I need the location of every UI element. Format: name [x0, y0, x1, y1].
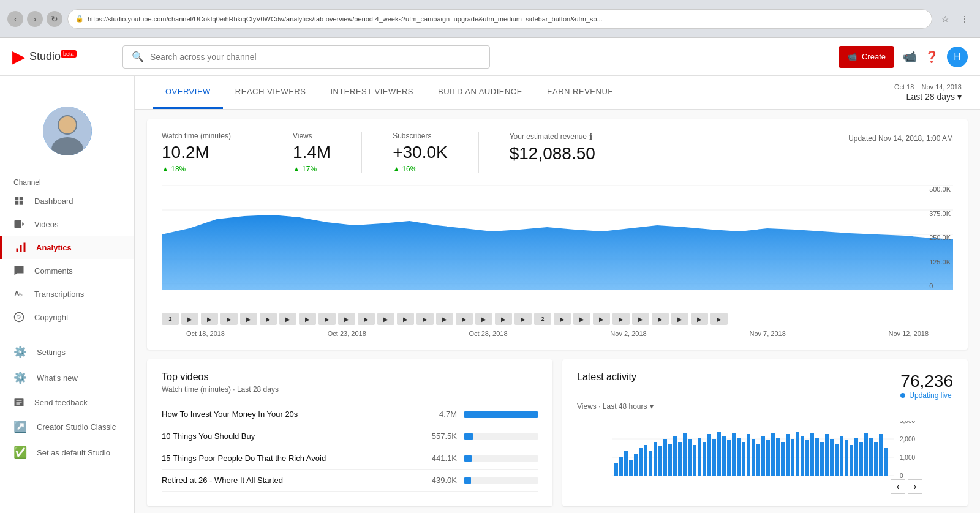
avatar[interactable]: H: [947, 47, 968, 67]
video-thumb-23[interactable]: ▶: [632, 313, 649, 325]
tab-revenue[interactable]: EARN REVENUE: [535, 76, 626, 109]
video-thumb-18[interactable]: ▶: [514, 313, 532, 325]
video-thumb-20[interactable]: ▶: [573, 313, 590, 325]
video-thumb-27[interactable]: ▶: [710, 313, 728, 325]
svg-rect-83: [874, 442, 878, 476]
bookmark-button[interactable]: ☆: [937, 11, 953, 27]
sidebar-item-videos[interactable]: Videos: [0, 212, 134, 236]
svg-rect-76: [840, 436, 843, 476]
video-upload-button[interactable]: 📹: [903, 50, 916, 64]
date-range-selector[interactable]: Oct 18 – Nov 14, 2018 Last 28 days ▾: [894, 83, 962, 102]
sidebar-item-transcriptions[interactable]: Aあ Transcriptions: [0, 282, 134, 305]
top-video-row-1[interactable]: How To Invest Your Money In Your 20s 4.7…: [162, 403, 538, 425]
video-thumb-15[interactable]: ▶: [456, 313, 473, 325]
svg-rect-63: [776, 438, 780, 476]
svg-rect-46: [693, 445, 696, 476]
copyright-icon: ©: [13, 312, 24, 323]
video-thumb-7[interactable]: ▶: [299, 313, 316, 325]
create-button[interactable]: 📹 Create: [839, 46, 894, 68]
studio-label: Studiobeta: [29, 50, 77, 63]
chart-container: 500.0K 375.0K 250.0K 125.0K 0: [162, 185, 953, 308]
video-thumb-2[interactable]: ▶: [201, 313, 218, 325]
video-thumb-1[interactable]: ▶: [181, 313, 198, 325]
chart-prev-button[interactable]: ‹: [891, 479, 905, 494]
video-thumb-21[interactable]: ▶: [593, 313, 610, 325]
video-thumb-9[interactable]: ▶: [338, 313, 355, 325]
sidebar-item-dashboard[interactable]: Dashboard: [0, 189, 134, 212]
top-video-row-4[interactable]: Retired at 26 - Where It All Started 439…: [162, 470, 538, 492]
video-thumb-6[interactable]: ▶: [279, 313, 296, 325]
top-video-views-1: 4.7M: [420, 410, 457, 419]
more-button[interactable]: ⋮: [957, 11, 973, 27]
top-videos-title: Top videos: [162, 372, 538, 383]
info-icon[interactable]: ℹ: [589, 132, 592, 141]
video-thumb-19[interactable]: ▶: [554, 313, 571, 325]
video-thumb-12[interactable]: ▶: [397, 313, 414, 325]
sidebar-item-creator-studio[interactable]: ↗️ Creator Studio Classic: [0, 414, 134, 440]
sidebar-item-default-studio[interactable]: ✅ Set as default Studio: [0, 440, 134, 465]
sidebar-item-comments[interactable]: Comments: [0, 259, 134, 282]
default-studio-icon: ✅: [13, 446, 27, 459]
bottom-cards: Top videos Watch time (minutes) · Last 2…: [147, 359, 968, 506]
top-video-views-2: 557.5K: [420, 432, 457, 441]
whats-new-label: What's new: [37, 373, 78, 383]
top-video-bar-1: [464, 411, 538, 418]
help-button[interactable]: ❓: [925, 50, 938, 64]
search-input[interactable]: [150, 52, 481, 62]
video-thumb-8[interactable]: ▶: [318, 313, 336, 325]
top-video-bar-container-4: [464, 477, 538, 484]
refresh-button[interactable]: ↻: [47, 11, 62, 27]
back-button[interactable]: ‹: [7, 11, 23, 27]
sidebar-item-analytics[interactable]: Analytics: [0, 236, 134, 259]
top-video-row-2[interactable]: 10 Things You Should Buy 557.5K: [162, 425, 538, 447]
sidebar-item-whats-new[interactable]: ⚙️ What's new: [0, 365, 134, 391]
video-thumb-3[interactable]: ▶: [221, 313, 238, 325]
video-thumb-14[interactable]: ▶: [436, 313, 453, 325]
svg-rect-37: [649, 451, 652, 476]
svg-rect-4: [15, 197, 18, 200]
video-thumb-5[interactable]: ▶: [260, 313, 277, 325]
video-thumb-25[interactable]: ▶: [671, 313, 688, 325]
svg-rect-74: [830, 439, 834, 476]
svg-rect-80: [859, 442, 863, 476]
video-thumb-num2[interactable]: 2: [534, 313, 551, 325]
top-video-row-3[interactable]: 15 Things Poor People Do That the Rich A…: [162, 447, 538, 470]
chart-next-button[interactable]: ›: [908, 479, 922, 494]
tab-overview[interactable]: OVERVIEW: [153, 76, 223, 109]
video-thumb-10[interactable]: ▶: [358, 313, 375, 325]
address-bar[interactable]: 🔒 https://studio.youtube.com/channel/UCo…: [67, 9, 932, 29]
video-thumb-26[interactable]: ▶: [691, 313, 708, 325]
url-text: https://studio.youtube.com/channel/UCokI…: [88, 15, 603, 23]
video-thumb-4[interactable]: ▶: [240, 313, 257, 325]
watch-time-change: ▲ 18%: [162, 165, 231, 173]
feedback-label: Send feedback: [34, 398, 88, 407]
tab-audience[interactable]: BUILD AN AUDIENCE: [426, 76, 535, 109]
video-thumb-17[interactable]: ▶: [495, 313, 512, 325]
top-videos-subtitle: Watch time (minutes) · Last 28 days: [162, 385, 538, 394]
sidebar-item-send-feedback[interactable]: Send feedback: [0, 391, 134, 414]
watch-time-value: 10.2M: [162, 143, 231, 162]
search-bar[interactable]: 🔍: [123, 45, 490, 69]
sidebar-item-copyright[interactable]: © Copyright: [0, 305, 134, 329]
forward-button[interactable]: ›: [27, 11, 43, 27]
svg-rect-8: [15, 220, 21, 228]
channel-avatar: [43, 107, 92, 155]
dropdown-arrow-icon[interactable]: ▾: [650, 402, 654, 411]
video-thumb-16[interactable]: ▶: [475, 313, 492, 325]
video-thumb-22[interactable]: ▶: [612, 313, 630, 325]
tab-reach[interactable]: REACH VIEWERS: [223, 76, 318, 109]
y-label-250k: 250.0K: [929, 234, 951, 241]
top-video-views-3: 441.1K: [420, 454, 457, 463]
video-thumb-13[interactable]: ▶: [417, 313, 434, 325]
revenue-value: $12,088.50: [510, 144, 595, 163]
activity-count-area: 76,236 Updating live: [900, 372, 953, 400]
comments-label: Comments: [34, 266, 73, 275]
video-thumb-24[interactable]: ▶: [652, 313, 669, 325]
sidebar-item-settings[interactable]: ⚙️ Settings: [0, 339, 134, 365]
sidebar: Channel Dashboard Videos Analytics Comme…: [0, 76, 135, 513]
tab-interest[interactable]: INTEREST VIEWERS: [318, 76, 426, 109]
video-thumb-num[interactable]: 2: [162, 313, 179, 325]
svg-rect-40: [663, 439, 667, 476]
video-thumb-11[interactable]: ▶: [377, 313, 394, 325]
svg-text:©: ©: [17, 314, 21, 320]
